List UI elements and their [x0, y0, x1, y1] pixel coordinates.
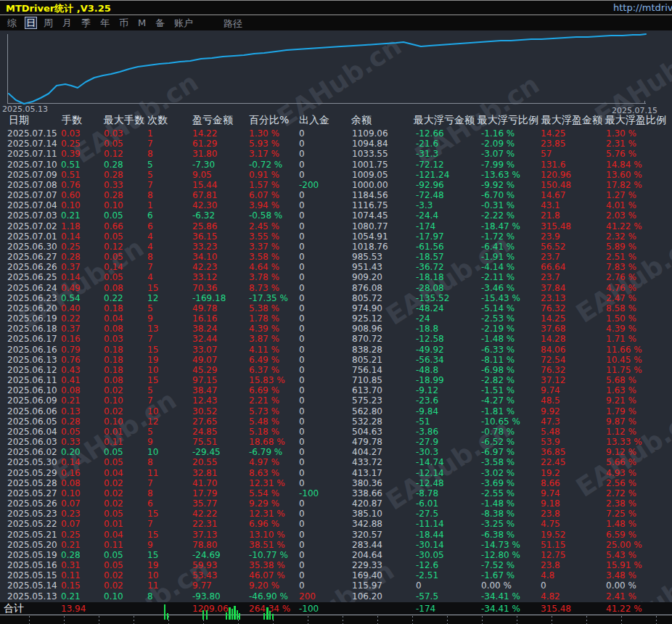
menu-item-7[interactable]: 币 [119, 17, 128, 28]
cell-9: 0 [416, 580, 422, 591]
table-row[interactable]: 2025.06.270.280.05834.103.58 %0985.53-18… [0, 252, 672, 262]
cell-6: -6.79 % [249, 447, 282, 457]
menu-item-10[interactable]: 账户 [174, 17, 193, 28]
table-row[interactable]: 2025.06.160.790.181533.074.11 %0838.28-4… [0, 345, 672, 355]
table-row[interactable]: 2025.06.250.140.05433.123.78 %0909.20-18… [0, 272, 672, 282]
cell-3: 0.02 [104, 570, 123, 580]
menu-item-5[interactable]: 季 [81, 17, 91, 28]
menu-item-2[interactable]: 日 [25, 17, 37, 29]
table-row[interactable]: 2025.07.080.760.33715.441.57 %-2001000.0… [0, 180, 672, 190]
cell-1: 2025.05.22 [7, 519, 57, 529]
table-row[interactable]: 2025.07.010.140.05436.153.55 %01054.91-1… [0, 231, 672, 242]
menu-item-1[interactable]: 综 [7, 17, 17, 28]
cell-7: -200 [299, 180, 319, 190]
cell-3: 0.03 [104, 334, 123, 344]
table-row[interactable]: 2025.05.280.080.02741.7012.31 %0380.36-1… [0, 478, 672, 488]
cell-9: -3.86 [416, 427, 438, 437]
table-row[interactable]: 2025.07.070.600.28867.816.07 %01184.56-7… [0, 190, 672, 200]
table-row[interactable]: 2025.06.130.760.181949.076.49 %0805.21-5… [0, 355, 672, 365]
cell-8: 1116.75 [352, 200, 388, 210]
cell-10: -2.53 % [481, 313, 515, 324]
cell-2: 1.18 [61, 221, 81, 231]
table-row[interactable]: 2025.05.190.280.0515-24.69-10.77 %0204.6… [0, 550, 672, 560]
table-row[interactable]: 2025.06.040.050.01524.855.18 %0504.63-3.… [0, 427, 672, 437]
cell-9: -9.12 [416, 385, 438, 395]
menu-item-9[interactable]: 备 [155, 17, 165, 28]
cell-12: 2.47 % [606, 293, 636, 303]
table-row[interactable]: 2025.05.210.250.041537.1313.10 %0320.57-… [0, 530, 672, 540]
cell-12: 4.39 % [606, 324, 636, 334]
cell-3: 0.18 [104, 365, 123, 375]
table-row[interactable]: 2025.06.110.410.081597.1515.83 %0710.85-… [0, 375, 672, 385]
table-row[interactable]: 2025.05.160.310.051959.9335.38 %0229.33-… [0, 560, 672, 570]
cell-6: 3.58 % [249, 252, 279, 262]
cell-3: 0.05 [104, 210, 123, 221]
cell-7: 0 [299, 385, 305, 395]
table-row[interactable]: 2025.06.050.280.101227.655.48 %0532.28-5… [0, 416, 672, 427]
table-row[interactable]: 2025.06.030.330.11975.5118.68 %0479.78-2… [0, 437, 672, 447]
table-row[interactable]: 2025.07.100.510.285-7.30-0.72 %01001.75-… [0, 160, 672, 170]
cell-5: 41.70 [192, 478, 217, 488]
cell-8: 925.12 [352, 313, 382, 324]
menu-item-3[interactable]: 周 [44, 17, 53, 28]
table-row[interactable]: 2025.05.150.110.021053.4346.07 %0169.40-… [0, 570, 672, 580]
table-row[interactable]: 2025.05.200.210.11978.8038.51 %0283.44-3… [0, 540, 672, 550]
table-row[interactable]: 2025.06.100.080.02538.476.69 %0613.70-9.… [0, 385, 672, 395]
table-row[interactable]: 2025.07.021.180.66625.862.45 %01080.77-1… [0, 221, 672, 231]
cell-10: -2.19 % [481, 324, 515, 334]
cell-6: 5.54 % [249, 488, 279, 498]
cell-7: 0 [299, 457, 305, 467]
cell-11: 76.32 [541, 303, 565, 313]
cell-1: 2025.05.15 [7, 570, 57, 580]
table-row[interactable]: 2025.05.260.070.02635.779.29 %0420.87-6.… [0, 498, 672, 509]
cell-1: 2025.07.03 [7, 210, 57, 221]
table-row[interactable]: 2025.06.190.220.04916.161.78 %0925.12-24… [0, 313, 672, 324]
cell-1: 2025.06.25 [7, 272, 57, 282]
menu-item-6[interactable]: 年 [100, 17, 110, 28]
cell-1: 2025.06.17 [7, 334, 57, 344]
histogram-bar [263, 613, 265, 620]
table-row[interactable]: 2025.07.150.030.03114.221.30 %01109.06-1… [0, 128, 672, 139]
table-row[interactable]: 2025.06.020.200.0510-29.45-6.79 %0404.27… [0, 447, 672, 457]
table-row[interactable]: 2025.06.240.490.081570.368.73 %0876.08-2… [0, 283, 672, 293]
table-row[interactable]: 2025.07.040.100.10142.303.94 %01116.75-3… [0, 200, 672, 210]
cell-5: 53.43 [192, 570, 217, 580]
table-row[interactable]: 2025.06.120.430.181045.296.37 %0756.14-4… [0, 365, 672, 375]
table-row[interactable]: 2025.05.130.210.108-93.80-46.90 %200106.… [0, 591, 672, 602]
site-link[interactable]: http://mtdriver. [613, 2, 672, 13]
table-row[interactable]: 2025.05.270.100.02817.795.54 %-100338.66… [0, 488, 672, 498]
table-row[interactable]: 2025.06.060.130.021030.525.73 %0562.80-9… [0, 406, 672, 416]
cell-3: 0.66 [104, 221, 123, 231]
cell-2: 0.25 [61, 242, 81, 252]
cell-10: -3.25 % [481, 519, 515, 529]
table-row[interactable]: 2025.06.170.160.03732.443.87 %0870.72-12… [0, 334, 672, 344]
cell-6: 5.18 % [249, 427, 279, 437]
cell-8: 1018.76 [352, 242, 388, 252]
cell-5: 22.31 [192, 519, 217, 529]
menu-item-8[interactable]: M [138, 17, 146, 28]
table-row[interactable]: 2025.07.140.250.05761.295.93 %01094.84-2… [0, 139, 672, 149]
cell-3: 0.02 [104, 406, 123, 416]
table-row[interactable]: 2025.06.180.370.081338.244.39 %0908.96-1… [0, 324, 672, 334]
table-row[interactable]: 2025.05.140.150.02119.779.20 %0115.9700.… [0, 580, 672, 591]
table-row[interactable]: 2025.07.090.510.2859.050.91 %01009.05-12… [0, 170, 672, 180]
column-header-2: 手数 [62, 114, 82, 127]
table-row[interactable]: 2025.07.110.390.12831.803.17 %01033.55-3… [0, 149, 672, 159]
menu-item-4[interactable]: 月 [62, 17, 72, 28]
table-row[interactable]: 2025.05.290.160.041132.818.63 %0413.17-1… [0, 468, 672, 478]
table-row[interactable]: 2025.06.230.540.2212-169.18-17.35 %0805.… [0, 293, 672, 303]
cell-3: 0.05 [104, 550, 123, 560]
table-row[interactable]: 2025.06.300.250.12433.233.37 %01018.76-6… [0, 242, 672, 252]
table-row[interactable]: 2025.06.260.370.14742.234.64 %0951.43-36… [0, 262, 672, 272]
table-row[interactable]: 2025.05.230.230.051542.2212.31 %0385.10-… [0, 509, 672, 519]
menu-item-path[interactable]: 路径 [224, 17, 242, 30]
table-row[interactable]: 2025.07.030.210.056-6.32-0.58 %01074.45-… [0, 210, 672, 221]
cell-11: 14.25 [541, 128, 565, 139]
cell-7: 0 [299, 365, 305, 375]
table-row[interactable]: 2025.06.200.400.18549.785.38 %0974.90-48… [0, 303, 672, 313]
table-total-row[interactable]: 合计13.941209.06264.34 %-100-174-34.41 %31… [0, 602, 672, 615]
table-row[interactable]: 2025.05.300.140.05820.554.97 %0433.72-14… [0, 457, 672, 467]
cell-6: -17.35 % [249, 293, 288, 303]
table-row[interactable]: 2025.05.220.070.01722.316.96 %0342.88-11… [0, 519, 672, 529]
table-row[interactable]: 2025.06.090.210.10712.432.21 %0575.23-23… [0, 395, 672, 406]
